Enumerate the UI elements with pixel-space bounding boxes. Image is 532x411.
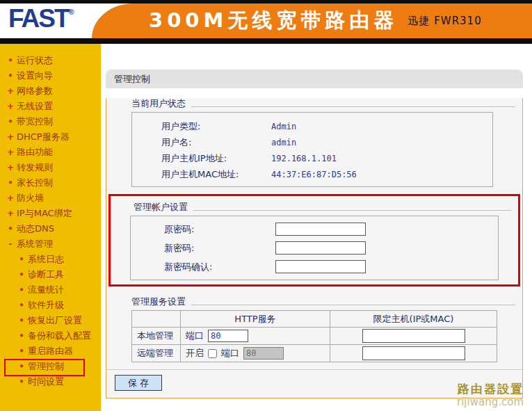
remote-management-label: 远端管理: [132, 345, 181, 362]
sidebar-item-label: 无线设置: [17, 100, 53, 113]
sidebar-item-firewall[interactable]: +防火墙: [0, 191, 101, 206]
sidebar-item-label: 恢复出厂设置: [28, 314, 82, 327]
local-management-row: 本地管理 端口: [132, 328, 497, 345]
content-panel: 当前用户状态 用户类型: Admin 用户名: admin 用户主机IP地址: …: [106, 98, 523, 398]
minus-bullet-icon: -: [7, 239, 14, 249]
watermark-brand: 路由器設置: [457, 382, 524, 396]
sidebar-item-reboot-router[interactable]: •重启路由器: [0, 344, 101, 359]
product-title: 300M无线宽带路由器: [149, 7, 398, 35]
section-title-text: 管理服务设置: [131, 296, 186, 308]
plus-bullet-icon: +: [7, 102, 14, 111]
sidebar-menu: •运行状态 •设置向导 +网络参数 +无线设置 •带宽控制 +DHCP服务器 +…: [0, 44, 101, 411]
section-title-rule: [191, 305, 515, 305]
fast-logo: FAST®: [8, 4, 74, 33]
product-model: 迅捷 FWR310: [408, 15, 481, 28]
blank-header-cell: [132, 311, 181, 328]
sidebar-item-label: IP与MAC绑定: [17, 207, 72, 220]
section-title-text: 当前用户状态: [131, 97, 186, 110]
sidebar-item-running-status[interactable]: •运行状态: [0, 53, 101, 68]
dot-bullet-icon: •: [7, 178, 14, 188]
plus-bullet-icon: +: [7, 147, 14, 157]
header-banner: FAST® 300M无线宽带路由器 迅捷 FWR310: [0, 3, 532, 38]
local-host-input[interactable]: [362, 329, 465, 343]
sidebar-item-dhcp-server[interactable]: +DHCP服务器: [0, 129, 101, 145]
host-mac-row: 用户主机MAC地址: 44:37:E6:87:D5:56: [132, 166, 492, 182]
sidebar-item-forwarding-rules[interactable]: +转发规则: [0, 160, 101, 175]
sidebar-item-label: 网络参数: [17, 85, 53, 97]
host-ip-label: 用户主机IP地址:: [161, 152, 271, 165]
user-name-row: 用户名: admin: [132, 134, 492, 150]
sidebar-item-label: 重启路由器: [28, 345, 73, 357]
remote-enable-checkbox[interactable]: [208, 349, 217, 358]
local-port-input[interactable]: [208, 330, 248, 342]
remote-management-row: 远端管理 开启 端口: [132, 345, 497, 362]
dot-bullet-icon: •: [18, 346, 25, 356]
sidebar-item-label: 转发规则: [17, 161, 53, 174]
account-settings-highlight-box: 管理帐户设置 原密码: 新密码: 新密码确认:: [108, 194, 520, 287]
section-title-rule: [191, 106, 515, 107]
sidebar-item-time-settings[interactable]: •时间设置: [0, 374, 101, 389]
user-type-row: 用户类型: Admin: [132, 118, 492, 134]
old-password-input[interactable]: [275, 223, 366, 236]
header-separator-bar: [0, 38, 532, 44]
sidebar-item-label: 设置向导: [17, 70, 53, 82]
section-title-account-settings: 管理帐户设置: [134, 202, 511, 213]
site-watermark: 路由器設置 rijiwang.com: [457, 382, 524, 408]
sidebar-item-label: DHCP服务器: [17, 131, 70, 143]
sidebar-item-firmware-upgrade[interactable]: •软件升级: [0, 298, 101, 313]
remote-host-input[interactable]: [362, 346, 465, 360]
section-title-user-status: 当前用户状态: [131, 98, 515, 109]
remote-port-input[interactable]: [243, 347, 284, 360]
sidebar-item-parental-control[interactable]: •家长控制: [0, 175, 101, 191]
confirm-password-row: 新密码确认:: [131, 257, 498, 276]
sidebar-item-label: 流量统计: [28, 284, 64, 296]
router-admin-page: FAST® 300M无线宽带路由器 迅捷 FWR310 •运行状态 •设置向导 …: [0, 0, 532, 411]
sidebar-item-label: 诊断工具: [28, 268, 64, 281]
dot-bullet-icon: •: [7, 224, 14, 234]
save-button[interactable]: 保 存: [115, 375, 162, 391]
sidebar-item-label: 时间设置: [28, 376, 64, 388]
sidebar-item-system-management[interactable]: -系统管理: [0, 236, 101, 252]
user-type-label: 用户类型:: [161, 120, 271, 133]
confirm-password-input[interactable]: [275, 260, 366, 273]
plus-bullet-icon: +: [7, 209, 14, 218]
sidebar-item-traffic-statistics[interactable]: •流量统计: [0, 282, 101, 298]
sidebar-item-setup-wizard[interactable]: •设置向导: [0, 68, 101, 83]
section-title-service-settings: 管理服务设置: [131, 296, 515, 307]
dot-bullet-icon: •: [18, 377, 25, 387]
sidebar-item-system-log[interactable]: •系统日志: [0, 252, 101, 267]
new-password-row: 新密码:: [131, 239, 498, 257]
dot-bullet-icon: •: [7, 56, 14, 65]
plus-bullet-icon: +: [7, 86, 14, 96]
remote-port-label: 端口: [221, 347, 239, 360]
page-title: 管理控制: [106, 70, 523, 88]
save-area-divider: [106, 369, 522, 370]
sidebar-item-admin-control[interactable]: •管理控制: [0, 359, 101, 374]
section-title-text: 管理帐户设置: [134, 201, 188, 213]
sidebar-item-bandwidth-control[interactable]: •带宽控制: [0, 114, 101, 129]
old-password-label: 原密码:: [164, 223, 275, 236]
sidebar-item-dynamic-dns[interactable]: •动态DNS: [0, 221, 101, 236]
sidebar-item-wireless-settings[interactable]: +无线设置: [0, 99, 101, 114]
user-status-box: 用户类型: Admin 用户名: admin 用户主机IP地址: 192.168…: [131, 112, 493, 187]
host-mac-value: 44:37:E6:87:D5:56: [271, 170, 357, 179]
sidebar-item-label: 运行状态: [17, 54, 53, 67]
host-ip-value: 192.168.1.101: [271, 154, 337, 163]
sidebar-item-factory-reset[interactable]: •恢复出厂设置: [0, 313, 101, 328]
remote-enable-label: 开启: [186, 347, 204, 360]
header-orange-band: 300M无线宽带路由器 迅捷 FWR310: [92, 3, 532, 38]
dot-bullet-icon: •: [18, 316, 25, 325]
dot-bullet-icon: •: [7, 71, 14, 81]
sidebar-item-ip-mac-binding[interactable]: +IP与MAC绑定: [0, 206, 101, 221]
dot-bullet-icon: •: [18, 331, 25, 341]
sidebar-item-routing-function[interactable]: +路由功能: [0, 145, 101, 160]
new-password-input[interactable]: [275, 241, 366, 255]
plus-bullet-icon: +: [7, 132, 14, 142]
user-type-value: Admin: [271, 122, 296, 131]
new-password-label: 新密码:: [164, 242, 275, 255]
sidebar-item-backup-restore[interactable]: •备份和载入配置: [0, 328, 101, 344]
sidebar-item-diagnostic-tools[interactable]: •诊断工具: [0, 267, 101, 282]
sidebar-item-network-params[interactable]: +网络参数: [0, 83, 101, 99]
dot-bullet-icon: •: [18, 362, 25, 371]
table-header-row: HTTP服务 限定主机(IP或MAC): [132, 311, 497, 328]
